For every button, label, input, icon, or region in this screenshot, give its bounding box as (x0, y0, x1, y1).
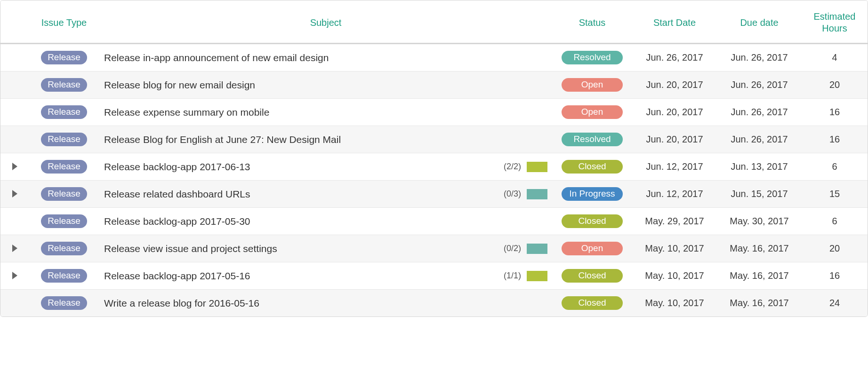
issues-table: Issue Type Subject Status Start Date Due… (0, 0, 868, 316)
status-badge[interactable]: Resolved (562, 133, 623, 146)
subtask-count: (0/2) (504, 244, 521, 253)
issue-subject[interactable]: Release backlog-app 2017-05-16 (104, 270, 498, 282)
col-header-subject[interactable]: Subject (99, 0, 552, 44)
subject-cell: Release Blog for English at June 27: New… (99, 126, 552, 153)
estimated-hours: 16 (802, 99, 868, 126)
issue-type-pill[interactable]: Release (41, 296, 87, 310)
status-badge[interactable]: Open (562, 242, 623, 255)
issue-type-pill[interactable]: Release (41, 242, 87, 255)
subtask-progress-bar (527, 189, 547, 199)
due-date: Jun. 26, 2017 (717, 126, 802, 153)
start-date: Jun. 26, 2017 (632, 44, 717, 71)
start-date: Jun. 12, 2017 (632, 181, 717, 208)
issue-type-cell: Release (29, 235, 99, 262)
table-row[interactable]: ReleaseRelease Blog for English at June … (0, 126, 868, 153)
table-row[interactable]: ReleaseWrite a release blog for 2016-05-… (0, 290, 868, 317)
due-date: May. 16, 2017 (717, 235, 802, 262)
estimated-hours: 20 (802, 71, 868, 99)
table-row[interactable]: ReleaseRelease in-app announcement of ne… (0, 44, 868, 71)
issue-type-pill[interactable]: Release (41, 78, 87, 92)
table-row[interactable]: ReleaseRelease expense summary on mobile… (0, 99, 868, 126)
expand-toggle-icon[interactable] (12, 272, 17, 279)
status-badge[interactable]: Closed (562, 214, 623, 228)
issues-panel: Issue Type Subject Status Start Date Due… (0, 0, 868, 317)
subject-cell: Write a release blog for 2016-05-16 (99, 290, 552, 317)
subtask-progress-bar (527, 244, 547, 254)
subject-cell: Release backlog-app 2017-05-30 (99, 208, 552, 235)
issue-subject[interactable]: Release backlog-app 2017-05-30 (104, 216, 547, 227)
issue-subject[interactable]: Release Blog for English at June 27: New… (104, 134, 547, 145)
start-date: Jun. 20, 2017 (632, 71, 717, 99)
table-row[interactable]: ReleaseRelease backlog-app 2017-06-13(2/… (0, 153, 868, 181)
issue-type-pill[interactable]: Release (41, 51, 87, 64)
col-header-due-date[interactable]: Due date (717, 0, 802, 44)
status-cell: Closed (552, 153, 632, 181)
issue-subject[interactable]: Release blog for new email design (104, 79, 547, 91)
table-header-row: Issue Type Subject Status Start Date Due… (0, 0, 868, 44)
col-header-status[interactable]: Status (552, 0, 632, 44)
issue-type-cell: Release (29, 181, 99, 208)
status-cell: Open (552, 99, 632, 126)
table-row[interactable]: ReleaseRelease blog for new email design… (0, 71, 868, 99)
estimated-hours: 24 (802, 290, 868, 317)
issue-type-cell: Release (29, 99, 99, 126)
issue-type-pill[interactable]: Release (41, 187, 87, 201)
status-cell: Open (552, 235, 632, 262)
issue-type-cell: Release (29, 153, 99, 181)
issue-type-cell: Release (29, 71, 99, 99)
status-badge[interactable]: Closed (562, 269, 623, 283)
start-date: May. 29, 2017 (632, 208, 717, 235)
issue-subject[interactable]: Release related dashboard URLs (104, 189, 498, 200)
table-row[interactable]: ReleaseRelease backlog-app 2017-05-16(1/… (0, 262, 868, 290)
issue-subject[interactable]: Write a release blog for 2016-05-16 (104, 298, 547, 309)
col-header-issue-type[interactable]: Issue Type (29, 0, 99, 44)
start-date: May. 10, 2017 (632, 235, 717, 262)
status-badge[interactable]: Open (562, 78, 623, 92)
estimated-hours: 16 (802, 262, 868, 290)
due-date: Jun. 13, 2017 (717, 153, 802, 181)
due-date: May. 16, 2017 (717, 290, 802, 317)
subject-cell: Release related dashboard URLs(0/3) (99, 181, 552, 208)
start-date: May. 10, 2017 (632, 262, 717, 290)
status-badge[interactable]: Closed (562, 296, 623, 310)
issue-type-pill[interactable]: Release (41, 269, 87, 283)
issue-type-cell: Release (29, 262, 99, 290)
expand-toggle-icon[interactable] (12, 190, 17, 197)
issue-type-pill[interactable]: Release (41, 160, 87, 174)
status-cell: Closed (552, 262, 632, 290)
expand-cell (0, 181, 29, 208)
subtask-count: (1/1) (504, 271, 521, 281)
table-row[interactable]: ReleaseRelease related dashboard URLs(0/… (0, 181, 868, 208)
issue-subject[interactable]: Release expense summary on mobile (104, 107, 547, 118)
due-date: May. 16, 2017 (717, 262, 802, 290)
status-badge[interactable]: Open (562, 105, 623, 119)
issue-type-pill[interactable]: Release (41, 214, 87, 228)
issue-type-pill[interactable]: Release (41, 105, 87, 119)
table-row[interactable]: ReleaseRelease backlog-app 2017-05-30Clo… (0, 208, 868, 235)
expand-cell (0, 71, 29, 99)
col-header-expand (0, 0, 29, 44)
expand-toggle-icon[interactable] (12, 245, 17, 252)
expand-cell (0, 126, 29, 153)
issue-subject[interactable]: Release view issue and project settings (104, 243, 498, 254)
due-date: Jun. 26, 2017 (717, 71, 802, 99)
table-row[interactable]: ReleaseRelease view issue and project se… (0, 235, 868, 262)
status-badge[interactable]: Resolved (562, 51, 623, 64)
due-date: May. 30, 2017 (717, 208, 802, 235)
col-header-estimated-hours[interactable]: Estimated Hours (802, 0, 868, 44)
subtask-progress-bar (527, 162, 547, 172)
issue-type-cell: Release (29, 44, 99, 71)
issue-type-cell: Release (29, 208, 99, 235)
expand-toggle-icon[interactable] (12, 163, 17, 170)
start-date: May. 10, 2017 (632, 290, 717, 317)
col-header-start-date[interactable]: Start Date (632, 0, 717, 44)
status-badge[interactable]: Closed (562, 160, 623, 174)
issue-subject[interactable]: Release in-app announcement of new email… (104, 52, 547, 63)
status-cell: Resolved (552, 126, 632, 153)
expand-cell (0, 153, 29, 181)
due-date: Jun. 26, 2017 (717, 99, 802, 126)
issue-subject[interactable]: Release backlog-app 2017-06-13 (104, 161, 498, 173)
status-badge[interactable]: In Progress (562, 187, 623, 201)
issue-type-pill[interactable]: Release (41, 133, 87, 146)
status-cell: Open (552, 71, 632, 99)
